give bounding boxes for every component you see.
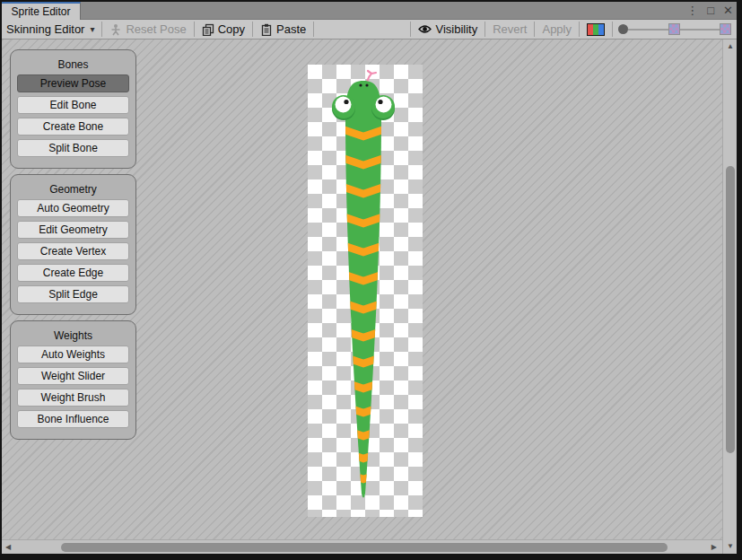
edit-bone-button[interactable]: Edit Bone — [17, 96, 129, 114]
vertical-scrollbar-thumb[interactable] — [726, 166, 735, 453]
bone-influence-button[interactable]: Bone Influence — [17, 410, 129, 428]
apply-button[interactable]: Apply — [535, 20, 579, 39]
scroll-right-icon[interactable]: ▶ — [711, 544, 717, 551]
weight-slider-button[interactable]: Weight Slider — [17, 367, 129, 385]
skinning-viewport[interactable]: Bones Preview Pose Edit Bone Create Bone… — [2, 39, 737, 554]
window-controls: ⋮ □ ✕ — [686, 2, 733, 20]
skinning-editor-label: Skinning Editor — [6, 22, 84, 36]
revert-button[interactable]: Revert — [485, 20, 534, 39]
panel-title: Bones — [11, 55, 135, 74]
copy-icon — [202, 23, 214, 36]
window-content: Sprite Editor ⋮ □ ✕ Skinning Editor ▾ Re… — [2, 2, 737, 554]
slider-track[interactable] — [680, 29, 720, 31]
chevron-down-icon: ▾ — [90, 24, 94, 34]
toolbar-spacer — [314, 20, 410, 39]
close-icon[interactable]: ✕ — [723, 2, 733, 20]
reset-pose-label: Reset Pose — [126, 22, 186, 36]
texture-chip-icon — [720, 23, 731, 35]
horizontal-scrollbar[interactable]: ◀ ▶ — [2, 539, 722, 554]
reset-pose-icon — [109, 23, 122, 36]
texture-chip-icon — [668, 23, 680, 35]
paste-icon — [260, 23, 273, 36]
maximize-icon[interactable]: □ — [707, 2, 714, 20]
visibility-toggle[interactable]: Visibility — [411, 20, 484, 39]
scroll-up-icon[interactable]: ▲ — [727, 43, 734, 50]
slider-knob[interactable] — [618, 24, 628, 34]
paste-label: Paste — [276, 22, 306, 36]
snake-sprite — [308, 65, 423, 517]
tab-sprite-editor[interactable]: Sprite Editor — [2, 2, 81, 20]
tab-title: Sprite Editor — [11, 5, 70, 18]
panel-title: Geometry — [11, 179, 135, 199]
sprite-overlay-swatch[interactable] — [580, 20, 612, 39]
eye-icon — [418, 24, 432, 34]
right-pupil — [378, 100, 382, 104]
reset-pose-button[interactable]: Reset Pose — [102, 20, 193, 39]
preview-pose-button[interactable]: Preview Pose — [17, 74, 129, 92]
slider-track[interactable] — [628, 29, 668, 31]
snake-tongue — [367, 71, 376, 82]
revert-label: Revert — [493, 22, 527, 36]
panel-geometry: Geometry Auto Geometry Edit Geometry Cre… — [10, 174, 136, 315]
vertical-scrollbar[interactable]: ▲ ▼ — [722, 39, 737, 554]
sprite-canvas[interactable] — [308, 65, 423, 517]
skinning-editor-dropdown[interactable]: Skinning Editor ▾ — [2, 20, 101, 39]
menu-dots-icon[interactable]: ⋮ — [686, 2, 698, 20]
scroll-down-icon[interactable]: ▼ — [727, 543, 734, 550]
auto-weights-button[interactable]: Auto Weights — [17, 346, 129, 363]
scroll-left-icon[interactable]: ◀ — [5, 544, 11, 551]
left-eyeball — [336, 97, 352, 113]
weight-brush-button[interactable]: Weight Brush — [17, 389, 129, 407]
split-bone-button[interactable]: Split Bone — [17, 139, 129, 157]
panel-weights: Weights Auto Weights Weight Slider Weigh… — [10, 320, 136, 440]
copy-button[interactable]: Copy — [195, 20, 252, 39]
right-eyeball — [376, 97, 392, 113]
opacity-slider[interactable] — [613, 20, 737, 39]
panel-bones: Bones Preview Pose Edit Bone Create Bone… — [10, 49, 136, 169]
left-pupil — [344, 100, 348, 104]
horizontal-scrollbar-thumb[interactable] — [61, 543, 668, 552]
split-edge-button[interactable]: Split Edge — [17, 285, 129, 303]
visibility-label: Visibility — [435, 22, 477, 36]
right-nostril — [365, 83, 368, 86]
paste-button[interactable]: Paste — [253, 20, 313, 39]
titlebar: Sprite Editor ⋮ □ ✕ — [2, 2, 737, 20]
left-nostril — [359, 83, 362, 86]
auto-geometry-button[interactable]: Auto Geometry — [17, 199, 129, 217]
copy-label: Copy — [218, 22, 245, 36]
sprite-editor-window: Sprite Editor ⋮ □ ✕ Skinning Editor ▾ Re… — [0, 0, 742, 560]
toolbar: Skinning Editor ▾ Reset Pose Copy — [2, 20, 737, 39]
create-bone-button[interactable]: Create Bone — [17, 118, 129, 136]
color-swatch-icon — [587, 23, 605, 36]
apply-label: Apply — [542, 22, 572, 36]
create-edge-button[interactable]: Create Edge — [17, 264, 129, 282]
panel-title: Weights — [11, 326, 135, 346]
edit-geometry-button[interactable]: Edit Geometry — [17, 221, 129, 239]
create-vertex-button[interactable]: Create Vertex — [17, 242, 129, 260]
